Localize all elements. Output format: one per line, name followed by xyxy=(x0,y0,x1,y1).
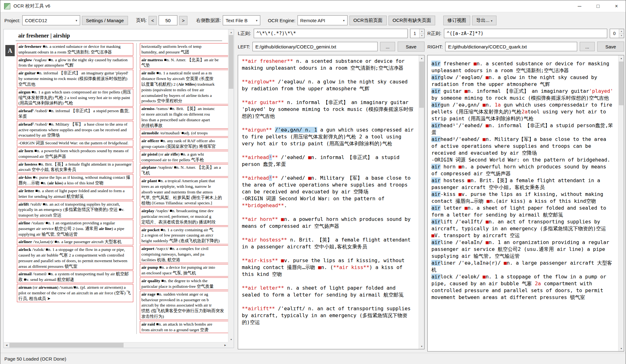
spinner-buttons: ▲ ▼ xyxy=(419,29,424,38)
scan-entry: airline /'eəlaɪn/ ■n. 1 an organization … xyxy=(17,220,133,237)
minimize-button[interactable]: ─ xyxy=(570,0,589,12)
editor-paragraph: **air horn** ■n. a powerful horn which p… xyxy=(242,216,415,230)
left-save-button[interactable]: Save xyxy=(398,42,425,52)
editor-paragraph: **airlift** /'eəlɪft/ n. an act of trans… xyxy=(242,305,415,326)
scan-page-view[interactable]: air freshener | airship A air freshener … xyxy=(4,29,228,342)
editor-paragraph: airlock /'eəlɒk/ ■n. 1 a stoppage of the… xyxy=(431,273,614,301)
scroll-down-icon[interactable]: ▼ xyxy=(419,343,425,349)
scan-entry: airlift /'eəlɪft/ ■n. an act of transpor… xyxy=(17,201,133,219)
scroll-left-icon[interactable]: ◀ xyxy=(4,342,9,348)
editor-paragraph: **airgun** /'eə,gʌn/ n. 1 a gun which us… xyxy=(242,127,415,147)
left-regex-row: L正则: 1 ▲ ▼ xyxy=(238,28,425,38)
maximize-button[interactable]: □ xyxy=(589,0,607,12)
editor-paragraph: **airglow** /'eəgləu/ n. a glow in the n… xyxy=(242,78,415,92)
scan-entry: airmail /'eəmeɪl/ ■n. a system of transp… xyxy=(17,271,133,283)
spinner-down-icon[interactable]: ▼ xyxy=(420,33,424,38)
scroll-down-icon[interactable]: ▼ xyxy=(618,346,624,351)
left-editor-scrollbar[interactable]: ▲ ▼ xyxy=(419,55,424,349)
scan-entry: airlock /'eəlɒk/ ■n. 1 a stoppage of the… xyxy=(17,246,133,270)
ocr-engine-select[interactable]: Remote API ▾ xyxy=(298,15,348,25)
page-number-input[interactable] xyxy=(159,15,177,25)
scan-vertical-scrollbar[interactable]: ▲ ▼ xyxy=(228,29,234,342)
spinner-up-icon[interactable]: ▲ xyxy=(420,29,424,33)
editor-paragraph: air guitar ■n. informal 【非正式】 an imagina… xyxy=(431,88,614,102)
prev-page-button[interactable]: < xyxy=(149,16,157,25)
scroll-up-icon[interactable]: ▲ xyxy=(228,29,234,35)
right-regex-group-spinner[interactable]: 0 ▲ ▼ xyxy=(610,29,624,38)
scan-header-rule xyxy=(16,41,222,41)
right-editor-scrollbar[interactable]: ▲ ▼ xyxy=(618,55,624,351)
left-text-column: L正则: 1 ▲ ▼ LEFT: ... Save **air freshene… xyxy=(238,28,425,349)
close-button[interactable]: × xyxy=(607,0,626,12)
editor-paragraph: airliner /'eə,laInə(r)/ ■n. a large pass… xyxy=(431,260,614,273)
left-file-row: LEFT: ... Save xyxy=(238,41,425,52)
letter-marker: A xyxy=(5,45,15,56)
scrollbar-thumb[interactable] xyxy=(9,343,124,347)
window-title: OCR 校对工具 v6 xyxy=(13,3,50,9)
scrollbar-thumb[interactable] xyxy=(229,35,233,89)
editor-paragraph: **air guitar** n. informal 【非正式】 an imag… xyxy=(242,99,415,120)
ocr-current-page-button[interactable]: OCR当前页面 xyxy=(349,16,387,25)
right-text-editor[interactable]: air freshener ■n. a scented substance or… xyxy=(427,55,624,352)
left-file-path-input[interactable] xyxy=(252,42,378,51)
left-browse-button[interactable]: ... xyxy=(380,42,395,51)
spinner-down-icon[interactable]: ▼ xyxy=(619,33,624,38)
scan-entry: airport /'eəpɔːt/ ■n. a complex for civi… xyxy=(140,245,228,263)
spinner-up-icon[interactable]: ▲ xyxy=(619,29,624,33)
scan-entry: airmiss /'eəmɪs/ ■n. Brit. 【英】an instanc… xyxy=(140,105,228,129)
right-regex-row: R正则: 0 ▲ ▼ xyxy=(427,28,624,38)
next-page-button[interactable]: > xyxy=(179,16,187,25)
right-editor-content[interactable]: air freshener ■n. a scented substance or… xyxy=(428,55,618,351)
editor-paragraph: **air hostess** n. Brit. 【英】 a female fl… xyxy=(242,237,415,250)
editor-paragraph: airline /'eəlaIn/ ■n. 1 an organization … xyxy=(431,239,614,260)
scrollbar-thumb[interactable] xyxy=(419,62,424,108)
scroll-up-icon[interactable]: ▲ xyxy=(419,55,425,61)
scrollbar-thumb[interactable] xyxy=(619,62,623,105)
revision-view-button[interactable]: 修订视图 xyxy=(443,16,470,25)
scan-entry: -ORIGIN 词源 Second World War: on the patt… xyxy=(17,140,133,147)
scroll-down-icon[interactable]: ▼ xyxy=(228,337,234,342)
scan-entry: air freshener ■n. a scented substance or… xyxy=(17,43,133,56)
left-text-editor[interactable]: **air freshener** n. a scented substance… xyxy=(238,55,425,349)
editor-paragraph: **air letter** n. a sheet of light paper… xyxy=(242,285,415,298)
scan-entry: horizontally uniform levels of temp humi… xyxy=(140,43,228,56)
export-button[interactable]: 导出... ▾ xyxy=(472,16,496,25)
scan-entry: air rage ■n. sudden violent anger or ag … xyxy=(140,291,228,320)
left-editor-content[interactable]: **air freshener** n. a scented substance… xyxy=(238,55,419,349)
scan-entry: air raid ■n. an attack in which bombs ar… xyxy=(140,321,228,333)
chevron-down-icon: ▾ xyxy=(76,19,77,22)
page-number-label: 页码: xyxy=(136,17,147,23)
project-select[interactable]: COECD12 ▾ xyxy=(22,15,80,25)
right-file-path-input[interactable] xyxy=(445,42,577,51)
left-regex-input[interactable] xyxy=(254,29,408,38)
scroll-right-icon[interactable]: ▶ xyxy=(222,342,228,348)
scan-entry: air letter ■n. a sheet of light paper fo… xyxy=(17,187,133,200)
editor-paragraph: airlift /'eəlIft/ ■n. an act of transpor… xyxy=(431,218,614,239)
scan-entry: air hostess ■n. Brit.【英】a female flight … xyxy=(17,161,133,173)
ocr-missing-pages-button[interactable]: OCR所有缺失页面 xyxy=(389,16,435,25)
scroll-up-icon[interactable]: ▲ xyxy=(618,55,624,61)
scan-entry: air mile ■n. 1 a nautical mile used as a… xyxy=(140,70,228,104)
title-bar: OCR 校对工具 v6 ─ □ × xyxy=(0,0,626,12)
scan-left-column: air freshener ■n. a scented substance or… xyxy=(17,43,133,303)
scan-entry: airmobile /eə'məubaɪl/ ■adj. (of troops xyxy=(140,130,228,137)
left-regex-label: L正则: xyxy=(238,31,251,37)
app-icon xyxy=(4,3,10,9)
settings-manage-button[interactable]: Settings / Manage xyxy=(82,16,128,25)
editor-paragraph: airhead¹'/'eəhed/ ■n. informal 【非正式】a st… xyxy=(431,122,614,136)
scan-horizontal-scrollbar[interactable]: ◀ ▶ xyxy=(4,342,228,348)
left-regex-group-spinner[interactable]: 1 ▲ ▼ xyxy=(410,29,425,38)
chevron-down-icon: ▾ xyxy=(491,19,492,22)
right-regex-input[interactable] xyxy=(444,29,607,38)
right-source-value: Text File B xyxy=(226,18,247,23)
window-controls: ─ □ × xyxy=(570,0,626,12)
editor-paragraph: **airhead²** /'eəhed/ ■n. Military 【军】 a… xyxy=(242,175,415,209)
scan-entry: airplane /'eəpleɪn/ ■n. N. Amer. 【北美】an … xyxy=(140,164,228,177)
editor-paragraph: -ORIGIN 词源 Second World War: on the patt… xyxy=(431,157,614,163)
status-text: Page 50 Loaded (OCR Done) xyxy=(4,356,66,362)
editor-paragraph: air letter ■n. a sheet of light paper fo… xyxy=(431,205,614,218)
project-label: Project: xyxy=(4,18,20,23)
right-save-button[interactable]: Save xyxy=(597,42,624,52)
right-browse-button[interactable]: ... xyxy=(580,42,595,51)
right-source-select[interactable]: Text File B ▾ xyxy=(223,15,260,25)
